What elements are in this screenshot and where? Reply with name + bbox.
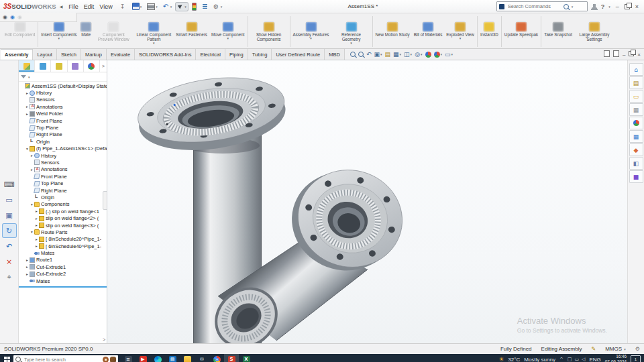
tree-item[interactable]: ▸History (19, 152, 107, 159)
tree-item[interactable]: Top Plane (19, 180, 107, 186)
hide-show-items-button[interactable]: ◎▾ (415, 51, 422, 58)
taskpane-solidworks-cam-button[interactable]: ◆ (629, 143, 643, 156)
mail-button[interactable]: ✉ (195, 354, 209, 362)
rotate-component-button[interactable]: ↻ (3, 224, 16, 237)
section-view-button[interactable]: ▣▾ (374, 51, 382, 58)
update-speedpak-button[interactable]: Update Speedpak (502, 13, 540, 48)
reference-geometry-button[interactable]: Reference Geometry▾ (331, 13, 372, 48)
take-snapshot-button[interactable]: Take Snapshot (542, 13, 574, 48)
tree-item[interactable]: Right Plane (19, 187, 107, 194)
expand-arrow-icon[interactable]: ▸ (25, 272, 30, 276)
view-settings-button[interactable]: ▭▾ (445, 51, 453, 58)
menu-view[interactable]: View (97, 3, 115, 10)
tree-item[interactable]: ▸Weld Folder (19, 111, 107, 117)
tree-tab-dimxpertmanager[interactable] (68, 60, 84, 72)
expand-arrow-icon[interactable]: ▸ (25, 265, 30, 269)
screen-recorder-button[interactable]: ≡ (121, 354, 136, 362)
daily-doodle-donut-icon[interactable] (103, 357, 109, 362)
viewport-page-1-button[interactable] (604, 50, 610, 58)
expand-arrow-icon[interactable]: ▸ (25, 258, 30, 262)
help-caret-icon[interactable]: ▾ (608, 5, 610, 9)
tab-tubing[interactable]: Tubing (248, 49, 272, 60)
tree-item[interactable]: Mates (19, 278, 107, 284)
microsoft-store-button[interactable]: ▤ (165, 354, 180, 362)
taskpane-solidworks-resources-button[interactable]: ⌂ (629, 63, 643, 76)
tab-user-defined-route[interactable]: User Defined Route (272, 49, 325, 60)
tree-item[interactable]: ▾Route Parts (19, 229, 107, 235)
tree-item[interactable]: ▸slip on weld flange<3> ( (19, 222, 107, 229)
tree-item[interactable]: ▸[ 8inSchedule20^Pipe_1- (19, 236, 107, 243)
options-button[interactable]: ▾ (212, 3, 224, 11)
volume-icon[interactable]: ◁ (582, 357, 585, 362)
minimize-document-button[interactable]: – (623, 52, 625, 58)
tree-expand-icon[interactable]: > (103, 337, 105, 342)
restore-button[interactable] (625, 4, 630, 9)
onedrive-icon[interactable]: □ (568, 357, 572, 362)
instant3d-button[interactable]: Instant3D (478, 13, 500, 48)
tree-item[interactable]: ▸slip on weld flange<2> ( (19, 215, 107, 221)
taskpane-3dexperience-button[interactable]: ■ (629, 170, 643, 183)
tree-item[interactable]: Sensors (19, 159, 107, 166)
cancel-button[interactable]: × (3, 255, 16, 268)
tree-tab-configurationmanager[interactable] (51, 60, 67, 72)
tab-sketch[interactable]: Sketch (57, 49, 81, 60)
tree-item[interactable]: Origin (19, 138, 107, 145)
tree-item[interactable]: ▸History (19, 89, 107, 96)
clock[interactable]: 16:46 07-06-2024 (605, 354, 627, 362)
print-button[interactable]: ▾ (146, 2, 159, 11)
tab-evaluate[interactable]: Evaluate (107, 49, 135, 60)
dynamic-annotation-views-button[interactable]: ▤ (385, 51, 391, 58)
mouse-gesture-button[interactable]: ⌖ (3, 270, 16, 284)
model-canvas[interactable] (107, 60, 627, 343)
microsoft-excel-button[interactable]: X (239, 354, 254, 362)
weather-icon[interactable]: ☀ (498, 356, 504, 362)
expand-arrow-icon[interactable]: ▸ (30, 168, 34, 172)
exploded-view-button[interactable]: Exploded View▾ (444, 13, 476, 48)
linear-component-pattern-button[interactable]: Linear Component Pattern▾ (133, 13, 174, 48)
tree-splitter[interactable] (19, 286, 107, 288)
tree-item[interactable]: Front Plane (19, 117, 107, 124)
tree-item[interactable]: Right Plane (19, 131, 107, 138)
minimize-button[interactable]: – (614, 3, 621, 10)
expand-arrow-icon[interactable]: ▸ (25, 112, 30, 116)
show-hidden-components-button[interactable]: Show Hidden Components (249, 13, 289, 48)
record-video-button[interactable]: ◉ (10, 14, 15, 20)
tree-item[interactable]: ▸Annotations (19, 166, 107, 173)
rebuild-button[interactable] (191, 2, 198, 11)
component-preview-window-button[interactable]: Component Preview Window (93, 13, 133, 48)
tree-item[interactable]: Origin (19, 194, 107, 200)
expand-arrow-icon[interactable]: ▸ (30, 154, 34, 158)
units-selector[interactable]: MMGS ▾ (605, 346, 626, 352)
tree-resize-handle[interactable] (103, 191, 107, 210)
select-button[interactable]: ▾ (176, 3, 188, 11)
taskpane-design-library-button[interactable]: ▤ (629, 76, 643, 89)
filter-icon[interactable] (21, 75, 26, 78)
taskpane-appearances-scenes-button[interactable] (629, 117, 643, 129)
menu-collapse-icon[interactable]: ◀ (60, 4, 63, 9)
tree-item[interactable]: Mates (19, 249, 107, 256)
pin-button[interactable] (119, 3, 128, 11)
save-button[interactable]: ▾ (131, 2, 144, 11)
notification-center-button[interactable]: 1 (631, 355, 641, 362)
tab-mbd[interactable]: MBD (325, 49, 345, 60)
taskpane-pack-and-go-button[interactable]: ◧ (629, 157, 643, 170)
tree-item[interactable]: ▸Route1 (19, 257, 107, 263)
expand-arrow-icon[interactable]: ▸ (25, 91, 30, 95)
weather-temp[interactable]: 32°C (508, 357, 520, 362)
taskpane-custom-properties-button[interactable]: ▦ (629, 130, 643, 143)
display-icon[interactable]: ▭ (574, 357, 579, 362)
google-chrome-button[interactable] (209, 354, 224, 362)
tree-item[interactable]: Top Plane (19, 124, 107, 131)
apply-scene-button[interactable]: ▾ (434, 52, 443, 58)
view-orientation-button[interactable]: ▦▾ (393, 51, 401, 58)
keyboard-shortcuts-button[interactable]: ⌨ (3, 178, 16, 191)
status-options-icon[interactable]: ⚙ (635, 346, 640, 352)
restore-document-button[interactable] (629, 51, 634, 58)
file-explorer-button[interactable] (180, 354, 195, 362)
start-button[interactable] (0, 354, 13, 362)
undo-button[interactable]: ↶ (3, 239, 16, 253)
tree-item[interactable]: ▸[ 6inSchedule40^Pipe_1- (19, 243, 107, 249)
taskbar-search-box[interactable] (13, 355, 118, 362)
taskpane-view-palette-button[interactable]: ▦ (629, 103, 643, 116)
large-assembly-settings-button[interactable]: Large Assembly Settings (574, 13, 614, 48)
